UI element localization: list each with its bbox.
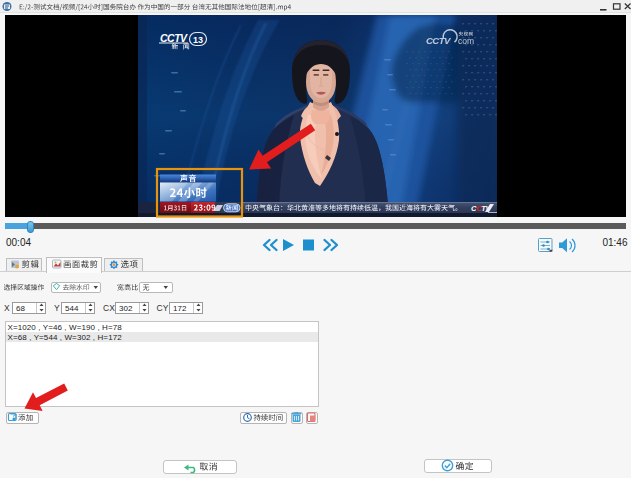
svg-text:CCTV: CCTV bbox=[160, 32, 188, 44]
svg-text:13: 13 bbox=[193, 35, 203, 45]
svg-text:com: com bbox=[458, 36, 474, 46]
svg-text:CCTV: CCTV bbox=[426, 35, 451, 46]
